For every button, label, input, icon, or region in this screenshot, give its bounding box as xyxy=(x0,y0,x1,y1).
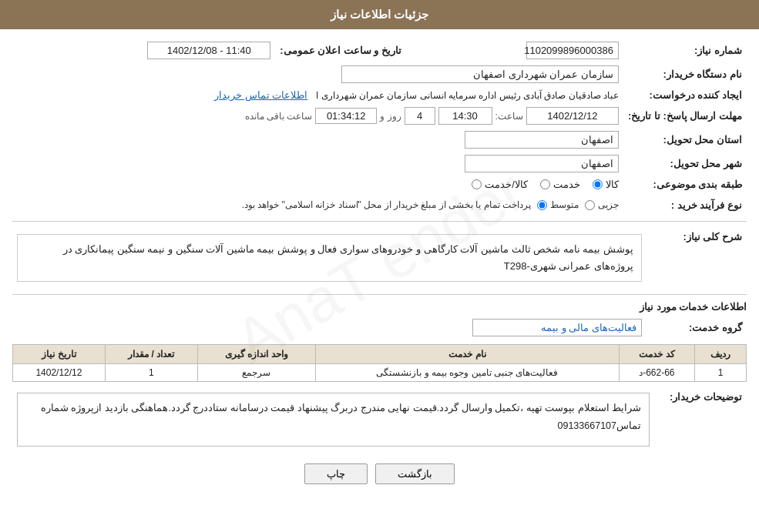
service-group-input[interactable]: فعالیت‌های مالی و بیمه xyxy=(472,319,642,336)
buyer-notes-row: توضیحات خریدار: شرایط استعلام بپوست تهیه… xyxy=(12,386,747,453)
announce-label: تاریخ و ساعت اعلان عمومی: xyxy=(275,38,406,62)
province-value: اصفهان xyxy=(12,128,623,152)
process-motavasset-label: متوسط xyxy=(550,199,579,210)
col-name: نام خدمت xyxy=(316,345,619,364)
remaining-days-label: روز و xyxy=(380,111,401,122)
process-note: پرداخت تمام یا بخشی از مبلغ خریدار از مح… xyxy=(242,199,531,210)
col-date: تاریخ نیاز xyxy=(13,345,106,364)
table-cell-code: 662-66-د xyxy=(619,364,695,382)
city-input[interactable]: اصفهان xyxy=(465,155,619,172)
province-label: استان محل تحویل: xyxy=(623,128,747,152)
description-label: شرح کلی نیاز: xyxy=(646,226,747,289)
need-number-value: 1102099896000386 xyxy=(421,38,623,62)
print-button[interactable]: چاپ xyxy=(304,463,368,484)
category-kala[interactable]: کالا xyxy=(593,179,619,190)
col-unit: واحد اندازه گیری xyxy=(197,345,315,364)
table-cell-name: فعالیت‌های جنبی تامین وجوه بیمه و بازنشس… xyxy=(316,364,619,382)
creator-text: عباد صادقیان صادق آبادی رئیس اداره سرمای… xyxy=(316,90,619,101)
buyer-org-value: سازمان عمران شهرداری اصفهان xyxy=(12,62,623,86)
service-group-row: گروه خدمت: فعالیت‌های مالی و بیمه xyxy=(12,316,747,340)
description-text: پوشش بیمه نامه شخص ثالث ماشین آلات کارگا… xyxy=(63,243,633,272)
col-row: ردیف xyxy=(695,345,747,364)
process-jozii[interactable]: جزیی xyxy=(585,199,619,210)
creator-row: ایجاد کننده درخواست: عباد صادقیان صادق آ… xyxy=(12,86,747,104)
service-table-header-row: ردیف کد خدمت نام خدمت واحد اندازه گیری ت… xyxy=(13,345,747,364)
buyer-notes-label: توضیحات خریدار: xyxy=(654,386,747,453)
buyer-org-input[interactable]: سازمان عمران شهرداری اصفهان xyxy=(341,65,619,83)
table-cell-date: 1402/12/12 xyxy=(13,364,106,382)
announce-date-input[interactable]: 1402/12/08 - 11:40 xyxy=(147,42,270,59)
category-value: کالا خدمت کالا/خدمت xyxy=(12,176,623,193)
table-row: 1662-66-دفعالیت‌های جنبی تامین وجوه بیمه… xyxy=(13,364,747,382)
deadline-value: 1402/12/12 ساعت: 14:30 4 روز و 01:34:12 … xyxy=(12,104,623,128)
description-value: پوشش بیمه نامه شخص ثالث ماشین آلات کارگا… xyxy=(12,226,646,289)
category-khedmat[interactable]: خدمت xyxy=(540,179,580,190)
description-table: شرح کلی نیاز: پوشش بیمه نامه شخص ثالث ما… xyxy=(12,226,747,289)
divider-1 xyxy=(12,221,747,222)
category-label: طبقه بندی موضوعی: xyxy=(623,176,747,193)
page-container: AnaT ender جزئیات اطلاعات نیاز شماره نیا… xyxy=(0,0,759,532)
content-area: شماره نیاز: 1102099896000386 تاریخ و ساع… xyxy=(0,29,759,501)
buyer-notes-box: شرایط استعلام بپوست تهیه ،تکمیل وارسال گ… xyxy=(17,393,650,447)
back-button[interactable]: بازگشت xyxy=(375,463,455,484)
table-cell-unit: سرجمع xyxy=(197,364,315,382)
remaining-time-input[interactable]: 01:34:12 xyxy=(315,108,377,124)
response-time-input[interactable]: 14:30 xyxy=(438,107,492,125)
need-number-label: شماره نیاز: xyxy=(623,38,747,62)
need-number-row: شماره نیاز: 1102099896000386 تاریخ و ساع… xyxy=(12,38,747,62)
creator-value: عباد صادقیان صادق آبادی رئیس اداره سرمای… xyxy=(12,86,623,104)
city-label: شهر محل تحویل: xyxy=(623,152,747,176)
service-group-label: گروه خدمت: xyxy=(646,316,747,340)
contact-info-link[interactable]: اطلاعات تماس خریدار xyxy=(214,89,307,101)
need-number-input[interactable]: 1102099896000386 xyxy=(526,42,619,59)
description-row: شرح کلی نیاز: پوشش بیمه نامه شخص ثالث ما… xyxy=(12,226,747,289)
province-input[interactable]: اصفهان xyxy=(465,131,619,149)
province-row: استان محل تحویل: اصفهان xyxy=(12,128,747,152)
table-cell-row: 1 xyxy=(695,364,747,382)
deadline-row: مهلت ارسال پاسخ: تا تاریخ: 1402/12/12 سا… xyxy=(12,104,747,128)
remaining-time-label: ساعت باقی مانده xyxy=(245,111,313,122)
page-title: جزئیات اطلاعات نیاز xyxy=(331,8,428,21)
buyer-notes-value: شرایط استعلام بپوست تهیه ،تکمیل وارسال گ… xyxy=(12,386,654,453)
deadline-label: مهلت ارسال پاسخ: تا تاریخ: xyxy=(623,104,747,128)
buyer-notes-text: شرایط استعلام بپوست تهیه ،تکمیل وارسال گ… xyxy=(41,403,641,431)
creator-label: ایجاد کننده درخواست: xyxy=(623,86,747,104)
process-row: نوع فرآیند خرید : جزیی متوسط پرداخت تمام… xyxy=(12,193,747,216)
divider-2 xyxy=(12,294,747,295)
page-header: جزئیات اطلاعات نیاز xyxy=(0,0,759,29)
service-table-body: 1662-66-دفعالیت‌های جنبی تامین وجوه بیمه… xyxy=(13,364,747,382)
remaining-days-input[interactable]: 4 xyxy=(405,107,435,125)
col-qty: تعداد / مقدار xyxy=(105,345,197,364)
table-cell-quantity: 1 xyxy=(105,364,197,382)
process-label: نوع فرآیند خرید : xyxy=(623,193,747,216)
time-label: ساعت: xyxy=(495,111,523,122)
description-box: پوشش بیمه نامه شخص ثالث ماشین آلات کارگا… xyxy=(17,234,642,282)
buyer-org-row: نام دستگاه خریدار: سازمان عمران شهرداری … xyxy=(12,62,747,86)
bottom-buttons: بازگشت چاپ xyxy=(12,463,747,484)
buyer-org-label: نام دستگاه خریدار: xyxy=(623,62,747,86)
service-group-value: فعالیت‌های مالی و بیمه xyxy=(12,316,646,340)
process-jozii-label: جزیی xyxy=(598,199,619,210)
info-table: شماره نیاز: 1102099896000386 تاریخ و ساع… xyxy=(12,38,747,216)
response-date-input[interactable]: 1402/12/12 xyxy=(526,107,619,125)
category-khedmat-label: خدمت xyxy=(553,179,580,190)
category-kala-khedmat-label: کالا/خدمت xyxy=(485,179,528,190)
buyer-notes-table: توضیحات خریدار: شرایط استعلام بپوست تهیه… xyxy=(12,386,747,453)
service-info-title: اطلاعات خدمات مورد نیاز xyxy=(12,301,747,313)
process-motavasset[interactable]: متوسط xyxy=(537,199,579,210)
category-kala-khedmat[interactable]: کالا/خدمت xyxy=(472,179,528,190)
announce-value: 1402/12/08 - 11:40 xyxy=(12,38,275,62)
process-value: جزیی متوسط پرداخت تمام یا بخشی از مبلغ خ… xyxy=(12,193,623,216)
service-table: ردیف کد خدمت نام خدمت واحد اندازه گیری ت… xyxy=(12,344,747,382)
service-group-table: گروه خدمت: فعالیت‌های مالی و بیمه xyxy=(12,316,747,340)
city-row: شهر محل تحویل: اصفهان xyxy=(12,152,747,176)
category-kala-label: کالا xyxy=(606,179,619,190)
service-table-header: ردیف کد خدمت نام خدمت واحد اندازه گیری ت… xyxy=(13,345,747,364)
city-value: اصفهان xyxy=(12,152,623,176)
col-code: کد خدمت xyxy=(619,345,695,364)
category-row: طبقه بندی موضوعی: کالا خدمت کالا/خدمت xyxy=(12,176,747,193)
